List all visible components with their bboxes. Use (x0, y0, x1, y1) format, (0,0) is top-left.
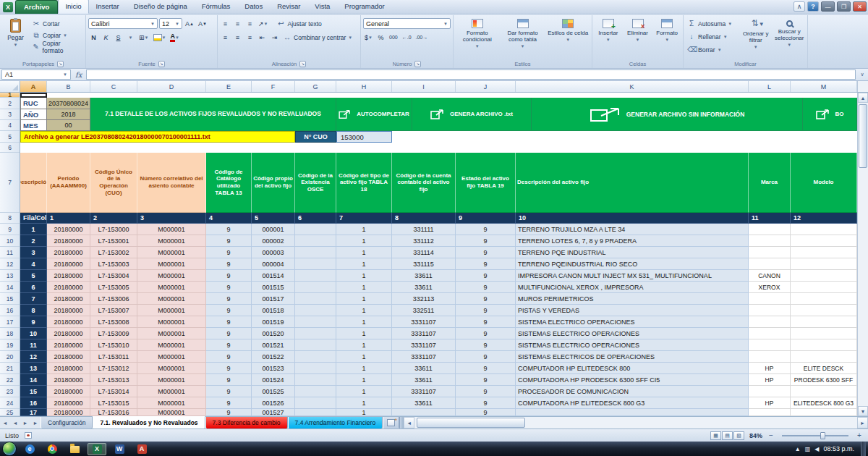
cell[interactable]: MULTIFUNCIONAL XEROX , IMPRESORA (516, 282, 749, 293)
cell[interactable]: 20180000 (47, 270, 90, 282)
cell[interactable] (749, 247, 791, 258)
expand-formula-bar-icon[interactable]: ∨ (858, 72, 867, 77)
column-header-K[interactable]: K (516, 81, 749, 92)
genera-archivo-txt-button[interactable]: GENERA ARCHIVO .txt (412, 98, 532, 131)
cell[interactable]: 000003 (252, 247, 295, 258)
row-header-3[interactable]: 3 (0, 109, 20, 120)
cell[interactable]: 9 (456, 409, 516, 416)
cell[interactable]: M000001 (137, 409, 206, 416)
cell[interactable]: L7-153014 (90, 386, 137, 397)
anio-value-cell[interactable]: 2018 (47, 109, 90, 120)
align-right-icon[interactable]: ≡ (244, 32, 255, 43)
cell[interactable]: 9 (206, 351, 252, 363)
cell[interactable]: L7-153004 (90, 270, 137, 282)
cell[interactable]: HP (749, 363, 791, 374)
cell[interactable]: 20180000 (47, 363, 90, 374)
cell[interactable]: 3331107 (392, 339, 456, 351)
zoom-slider-thumb[interactable] (820, 432, 825, 439)
cell[interactable]: 000002 (252, 235, 295, 247)
row-header-9[interactable]: 9 (0, 224, 20, 235)
anio-label-cell[interactable]: AÑO (20, 109, 47, 120)
ribbon-tab-vista[interactable]: Vista (307, 0, 337, 14)
borrar-button[interactable]: BO (803, 98, 857, 131)
row-header-10[interactable]: 10 (0, 235, 20, 247)
tray-chevron-icon[interactable]: ▲ (795, 446, 801, 452)
table-header-cell[interactable]: Marca (749, 153, 791, 213)
row-header-7[interactable]: 7 (0, 153, 20, 213)
cell[interactable]: 9 (20, 316, 47, 328)
cell[interactable]: 20180000 (47, 328, 90, 339)
column-header-H[interactable]: H (336, 81, 392, 92)
cell[interactable]: 001527 (252, 409, 295, 416)
cell[interactable]: 331111 (392, 224, 456, 235)
index-cell[interactable]: 9 (456, 213, 516, 224)
column-header-L[interactable]: L (749, 81, 791, 92)
vertical-scroll-thumb[interactable] (859, 104, 867, 168)
cell[interactable]: 9 (456, 363, 516, 374)
cell[interactable] (749, 339, 791, 351)
cell[interactable]: 2 (20, 235, 47, 247)
cell[interactable] (295, 339, 336, 351)
cell[interactable] (749, 351, 791, 363)
cell[interactable]: 5 (20, 270, 47, 282)
taskbar-app-chrome[interactable] (43, 443, 61, 455)
delete-cells-button[interactable]: Eliminar▼ (624, 16, 652, 58)
cell[interactable]: 9 (456, 270, 516, 282)
ribbon-tab-inicio[interactable]: Inicio (58, 0, 88, 14)
cell[interactable]: 9 (456, 328, 516, 339)
format-as-table-button[interactable]: Dar formato como tabla▼ (501, 16, 545, 58)
cell[interactable]: 9 (456, 258, 516, 270)
row-header-5[interactable]: 5 (0, 131, 20, 143)
insert-cells-button[interactable]: Insertar▼ (595, 16, 622, 58)
table-header-cell[interactable]: Código de la cuenta contable del activo … (392, 153, 456, 213)
cell[interactable]: M000001 (137, 293, 206, 305)
cell[interactable] (295, 270, 336, 282)
cell[interactable]: L7-153000 (90, 224, 137, 235)
cell[interactable]: TERRENO LOTES 6, 7, 8 y 9 PRADERA (516, 235, 749, 247)
cell[interactable]: HP (749, 374, 791, 386)
cell[interactable]: COMPUTADORA HP ELITEDESCK 800 G3 (516, 397, 749, 409)
cell[interactable]: 001525 (252, 386, 295, 397)
cell[interactable]: 20180000 (47, 258, 90, 270)
cell[interactable]: 332113 (392, 293, 456, 305)
decrease-indent-button[interactable]: ⇤ (257, 32, 268, 43)
cell[interactable] (516, 409, 749, 416)
cell[interactable] (791, 293, 857, 305)
cell[interactable]: 001526 (252, 397, 295, 409)
normal-view-icon[interactable]: ▦ (710, 431, 721, 440)
font-family-select[interactable]: Calibri▼ (88, 18, 158, 29)
index-cell[interactable]: 11 (749, 213, 791, 224)
cell[interactable]: 9 (206, 374, 252, 386)
window-restore-button[interactable]: ❐ (837, 1, 851, 12)
cell[interactable]: HP (749, 397, 791, 409)
table-header-cell[interactable]: Código Único de la Operación (CUO) (90, 153, 137, 213)
table-header-cell[interactable]: Código del tipo de activo fijo TABLA 18 (336, 153, 392, 213)
borders-button[interactable]: ⊞▼ (137, 32, 150, 43)
increase-decimal-button[interactable]: ←.0 (401, 32, 413, 43)
cell[interactable] (295, 282, 336, 293)
column-header-G[interactable]: G (295, 81, 336, 92)
cell[interactable]: PROCESADOR DE COMUNICACION (516, 386, 749, 397)
cell[interactable]: 33611 (392, 270, 456, 282)
sort-filter-button[interactable]: ⇅▼Ordenar y filtrar▼ (740, 16, 772, 58)
ribbon-tab-insertar[interactable]: Insertar (89, 0, 127, 14)
cell[interactable]: 20180000 (47, 235, 90, 247)
cell[interactable]: 33611 (392, 282, 456, 293)
dialog-launcher-icon[interactable]: ↘ (299, 61, 306, 67)
cell[interactable]: M000001 (137, 328, 206, 339)
cell[interactable]: 10 (20, 328, 47, 339)
cell[interactable]: 1 (336, 339, 392, 351)
cell[interactable] (295, 386, 336, 397)
zoom-in-icon[interactable]: + (856, 431, 863, 439)
cell[interactable]: 1 (336, 409, 392, 416)
cell[interactable]: 9 (206, 293, 252, 305)
selected-cell-a1[interactable] (20, 93, 47, 98)
zoom-slider[interactable] (782, 435, 848, 436)
accounting-format-button[interactable]: $▼ (363, 32, 374, 43)
row-header-4[interactable]: 4 (0, 120, 20, 131)
cell[interactable]: 1 (336, 224, 392, 235)
underline-options-dropdown[interactable]: ▼ (125, 32, 136, 43)
table-header-cell[interactable]: Número correlativo del asiento contable (137, 153, 206, 213)
cell[interactable]: 001519 (252, 316, 295, 328)
cell[interactable]: 001521 (252, 339, 295, 351)
